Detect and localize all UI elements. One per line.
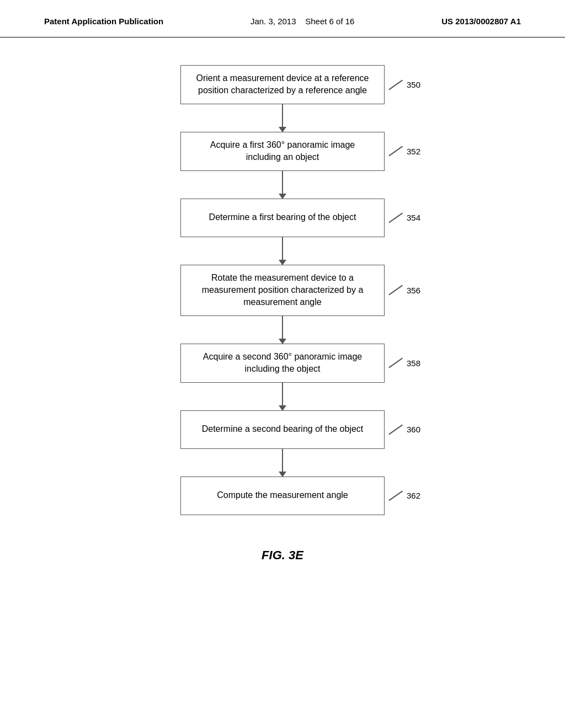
step-350-label-container: 350 xyxy=(387,80,420,89)
arrow-1 xyxy=(0,104,565,132)
step-356-text: Rotate the measurement device to a measu… xyxy=(192,272,373,309)
step-362-text: Compute the measurement angle xyxy=(217,489,348,501)
step-356-label-container: 356 xyxy=(387,286,420,295)
arrow-3 xyxy=(0,237,565,265)
flow-item-350: Orient a measurement device at a referen… xyxy=(180,65,385,104)
flow-box-354: Determine a first bearing of the object xyxy=(180,199,385,237)
arrow-2 xyxy=(0,171,565,199)
figure-label: FIG. 3E xyxy=(262,548,303,563)
flow-item-352: Acquire a first 360° panoramic image inc… xyxy=(180,132,385,171)
flow-item-354: Determine a first bearing of the object … xyxy=(180,199,385,237)
flow-box-356: Rotate the measurement device to a measu… xyxy=(180,265,385,316)
page-header: Patent Application Publication Jan. 3, 2… xyxy=(0,0,565,38)
step-354-label: 354 xyxy=(407,213,420,222)
step-358-label-container: 358 xyxy=(387,358,420,368)
step-362-label-container: 362 xyxy=(387,491,420,500)
flow-box-350: Orient a measurement device at a referen… xyxy=(180,65,385,104)
arrow-5 xyxy=(0,383,565,410)
step-360-text: Determine a second bearing of the object xyxy=(202,423,364,435)
diagram-container: Orient a measurement device at a referen… xyxy=(0,38,565,563)
step-352-label: 352 xyxy=(407,147,420,156)
flow-item-356: Rotate the measurement device to a measu… xyxy=(180,265,385,316)
patent-number-label: US 2013/0002807 A1 xyxy=(441,17,521,26)
step-360-label: 360 xyxy=(407,425,420,434)
step-354-label-container: 354 xyxy=(387,213,420,222)
flow-item-360: Determine a second bearing of the object… xyxy=(180,410,385,449)
step-358-label: 358 xyxy=(407,358,420,368)
publication-label: Patent Application Publication xyxy=(44,17,163,26)
step-352-text: Acquire a first 360° panoramic image inc… xyxy=(192,139,373,164)
flow-box-360: Determine a second bearing of the object xyxy=(180,410,385,449)
arrow-6 xyxy=(0,449,565,477)
step-354-text: Determine a first bearing of the object xyxy=(209,211,356,223)
step-350-text: Orient a measurement device at a referen… xyxy=(192,72,373,97)
step-352-label-container: 352 xyxy=(387,147,420,156)
flow-item-358: Acquire a second 360° panoramic image in… xyxy=(180,344,385,383)
flow-box-352: Acquire a first 360° panoramic image inc… xyxy=(180,132,385,171)
flow-item-362: Compute the measurement angle 362 xyxy=(180,477,385,515)
step-362-label: 362 xyxy=(407,491,420,500)
flow-box-362: Compute the measurement angle xyxy=(180,477,385,515)
step-360-label-container: 360 xyxy=(387,425,420,434)
arrow-4 xyxy=(0,316,565,344)
step-356-label: 356 xyxy=(407,286,420,295)
flow-box-358: Acquire a second 360° panoramic image in… xyxy=(180,344,385,383)
date-sheet-label: Jan. 3, 2013 Sheet 6 of 16 xyxy=(250,17,355,26)
step-358-text: Acquire a second 360° panoramic image in… xyxy=(192,351,373,376)
step-350-label: 350 xyxy=(407,80,420,89)
